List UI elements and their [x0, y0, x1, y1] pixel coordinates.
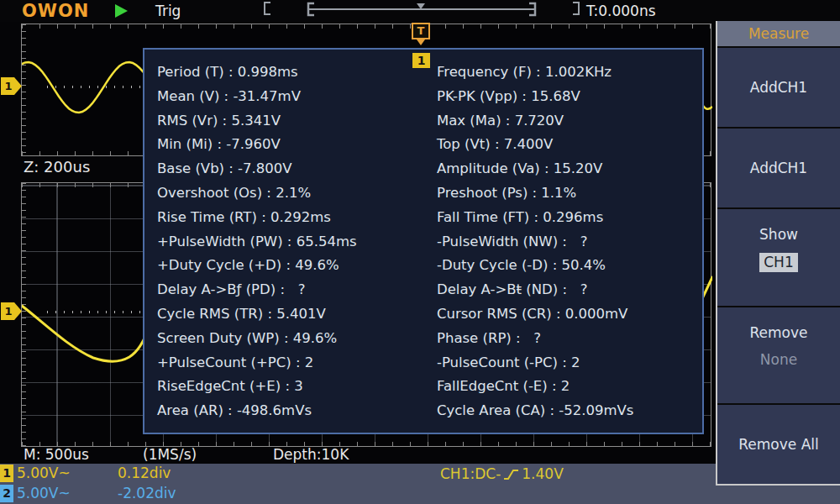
measure-row: Frequency (F) : 1.002KHz — [437, 60, 714, 85]
measure-row: Amplitude (Va) : 15.20V — [437, 157, 714, 181]
owon-logo: OWON — [22, 1, 89, 21]
channel-scale: 5.00V~ — [17, 464, 71, 483]
sidebar-button-addch1[interactable]: AddCH1 — [717, 129, 840, 209]
measure-row: RiseEdgeCnt (+E) : 3 — [157, 375, 434, 399]
measure-row: Cursor RMS (CR) : 0.000mV — [437, 302, 714, 327]
measure-column-left: Period (T) : 0.998msMean (V) : -31.47mVR… — [157, 60, 434, 423]
measure-row: Min (Mi) : -7.960V — [157, 133, 434, 157]
measure-menu-sidebar: Measure AddCH1AddCH1ShowCH1RemoveNoneRem… — [716, 21, 840, 486]
channel-scale: 5.00V~ — [17, 484, 71, 503]
channel-offset: 0.12div — [118, 464, 171, 483]
top-status-bar: OWON Trig T:0.000ns — [0, 0, 840, 22]
timebase-readout: M: 500us — [24, 446, 89, 463]
sidebar-button-value: CH1 — [759, 253, 797, 272]
sidebar-button-value: None — [760, 351, 797, 368]
measure-row: +PulseCount (+PC) : 2 — [157, 351, 434, 375]
sidebar-button-remove[interactable]: RemoveNone — [717, 307, 840, 405]
sidebar-button-label: AddCH1 — [750, 79, 807, 96]
measure-row: Mean (V) : -31.47mV — [157, 85, 434, 109]
measure-row: -Duty Cycle (-D) : 50.4% — [437, 254, 714, 278]
trigger-status-label: Trig — [155, 3, 181, 19]
measure-row: Top (Vt) : 7.400V — [437, 133, 714, 157]
measure-column-right: Frequency (F) : 1.002KHzPK-PK (Vpp) : 15… — [437, 60, 714, 423]
rising-edge-icon — [503, 468, 519, 481]
measure-row: +PulseWidth (PW) : 65.54ms — [157, 230, 434, 255]
measure-row: Screen Duty (WP) : 49.6% — [157, 327, 434, 351]
sidebar-button-label: Remove — [750, 324, 808, 341]
measure-row: Cycle Area (CA) : -52.09mVs — [437, 399, 714, 423]
horizontal-position-indicator[interactable] — [260, 0, 583, 18]
measure-row: Phase (RP) : ? — [437, 327, 714, 351]
sidebar-button-label: Remove All — [738, 436, 818, 453]
trigger-level-label: 1.40V — [522, 465, 563, 482]
sidebar-title: Measure — [717, 21, 840, 48]
measure-row: Delay A->Bŧ (ND) : ? — [437, 278, 714, 302]
oscilloscope-screen: OWON Trig T:0.000ns Z: 200us — [0, 0, 840, 504]
measure-row: Cycle RMS (TR) : 5.401V — [157, 302, 434, 327]
acquisition-status-strip: M: 500us (1MS/s) Depth:10K — [0, 446, 714, 464]
channel1-position-marker[interactable]: 1 — [1, 302, 22, 320]
run-play-icon — [115, 4, 128, 18]
channel-rows: 15.00V~0.12div25.00V~-2.02div — [0, 464, 840, 504]
channel1-position-marker[interactable]: 1 — [1, 77, 22, 95]
sidebar-button-addch1[interactable]: AddCH1 — [717, 48, 840, 129]
trigger-source-label: CH1:DC- — [440, 465, 501, 482]
sidebar-button-label: AddCH1 — [750, 160, 807, 176]
measure-row: Delay A->Bƒ (PD) : ? — [157, 278, 434, 302]
measure-row: Period (T) : 0.998ms — [157, 60, 434, 85]
measure-results-panel: 1 Period (T) : 0.998msMean (V) : -31.47m… — [143, 48, 704, 434]
measure-row: Overshoot (Os) : 2.1% — [157, 181, 434, 206]
memory-depth-readout: Depth:10K — [273, 446, 349, 463]
measure-row: -PulseWidth (NW) : ? — [437, 230, 714, 255]
channel-1-info: 15.00V~0.12div — [0, 464, 840, 484]
measure-row: Fall Time (FT) : 0.296ms — [437, 206, 714, 230]
sidebar-button-show[interactable]: ShowCH1 — [717, 209, 840, 307]
zoom-timebase-label: Z: 200us — [24, 158, 90, 176]
sample-rate-readout: (1MS/s) — [143, 446, 197, 463]
sidebar-button-label: Show — [759, 226, 798, 243]
measure-row: Max (Ma) : 7.720V — [437, 109, 714, 134]
channel-badge: 2 — [0, 485, 13, 502]
channel-2-info: 25.00V~-2.02div — [0, 484, 840, 504]
channel-offset: -2.02div — [118, 484, 176, 503]
measure-row: FallEdgeCnt (-E) : 2 — [437, 375, 714, 399]
trigger-position-flag[interactable]: T — [412, 23, 430, 39]
measure-row: Rise Time (RT) : 0.292ms — [157, 206, 434, 230]
measure-row: Base (Vb) : -7.800V — [157, 157, 434, 181]
trigger-settings-readout: CH1:DC- 1.40V — [440, 464, 564, 484]
measure-row: Preshoot (Ps) : 1.1% — [437, 181, 714, 206]
channel-badge: 1 — [0, 465, 13, 482]
channel-info-bar: 15.00V~0.12div25.00V~-2.02div CH1:DC- 1.… — [0, 464, 840, 504]
measure-row: PK-PK (Vpp) : 15.68V — [437, 85, 714, 109]
sidebar-button-remove-all[interactable]: Remove All — [717, 405, 840, 484]
sidebar-buttons: AddCH1AddCH1ShowCH1RemoveNoneRemove All — [717, 48, 840, 484]
trigger-time-readout: T:0.000ns — [586, 3, 656, 19]
measure-row: RMS (Vr) : 5.341V — [157, 109, 434, 134]
measure-row: Area (AR) : -498.6mVs — [157, 399, 434, 423]
view-position-arrow-icon — [417, 3, 425, 9]
measure-row: -PulseCount (-PC) : 2 — [437, 351, 714, 375]
measure-row: +Duty Cycle (+D) : 49.6% — [157, 254, 434, 278]
